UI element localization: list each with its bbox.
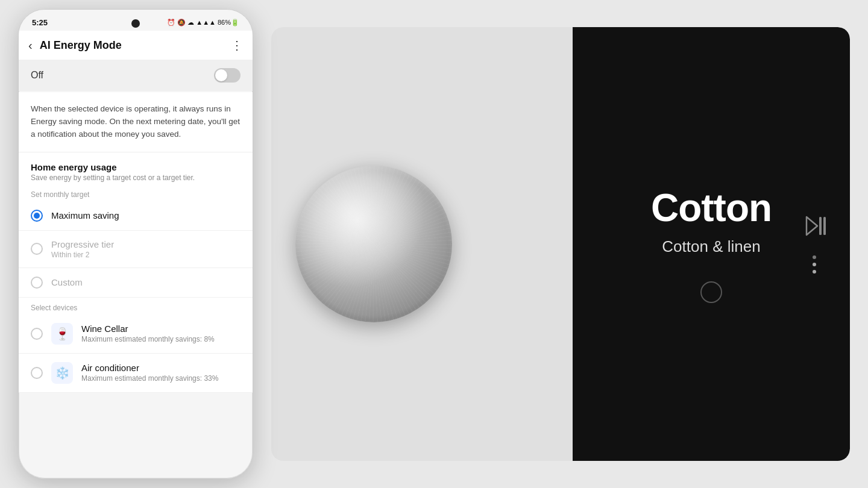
phone-shell: 5:25 ⏰ 🔕 ☁ ▲▲▲ 86%🔋 ‹ AI Energy Mode ⋮ O…	[18, 9, 253, 479]
cotton-subtitle: Cotton & linen	[662, 237, 760, 256]
device-radio-wine-cellar	[31, 328, 43, 340]
dot-1	[813, 255, 816, 259]
toggle-row: Off	[19, 60, 253, 91]
cotton-title: Cotton	[651, 186, 772, 230]
device-info-air-conditioner: Air conditioner Maximum estimated monthl…	[81, 363, 241, 383]
radio-option-progressive-tier[interactable]: Progressive tier Within tier 2	[19, 231, 253, 268]
device-item-wine-cellar[interactable]: 🍷 Wine Cellar Maximum estimated monthly …	[19, 314, 253, 354]
app-bar: ‹ AI Energy Mode ⋮	[19, 31, 253, 60]
air-conditioner-icon: ❄️	[51, 362, 73, 384]
device-radio-air-conditioner	[31, 367, 43, 379]
app-title: AI Energy Mode	[40, 39, 231, 52]
knob-area	[271, 27, 476, 461]
device-name-air-conditioner: Air conditioner	[81, 363, 241, 373]
svg-marker-0	[807, 217, 817, 235]
dots-indicator	[813, 255, 816, 274]
device-item-air-conditioner[interactable]: ❄️ Air conditioner Maximum estimated mon…	[19, 354, 253, 393]
device-desc-wine-cellar: Maximum estimated monthly savings: 8%	[81, 335, 241, 343]
section-subtitle: Save energy by setting a target cost or …	[31, 174, 241, 182]
status-icons: ⏰ 🔕 ☁ ▲▲▲ 86%🔋	[167, 19, 239, 27]
radio-circle-maximum-saving	[31, 210, 43, 222]
controls-area	[803, 214, 826, 274]
device-desc-air-conditioner: Maximum estimated monthly savings: 33%	[81, 374, 241, 383]
toggle-label: Off	[31, 70, 43, 81]
radio-sublabel-progressive-tier: Within tier 2	[51, 251, 114, 259]
monthly-target-label: Set monthly target	[19, 184, 253, 201]
play-pause-button[interactable]	[803, 214, 826, 237]
section-header: Home energy usage Save energy by setting…	[19, 152, 253, 184]
section-title: Home energy usage	[31, 162, 241, 172]
wine-cellar-icon: 🍷	[51, 323, 73, 345]
radio-label-custom: Custom	[51, 277, 83, 287]
description-text: When the selected device is operating, i…	[19, 92, 253, 152]
cotton-circle-button[interactable]	[700, 281, 722, 303]
radio-circle-custom	[31, 277, 43, 289]
radio-circle-progressive-tier	[31, 243, 43, 255]
device-name-wine-cellar: Wine Cellar	[81, 324, 241, 334]
camera-notch	[131, 19, 140, 28]
back-button[interactable]: ‹	[28, 39, 33, 52]
more-options-button[interactable]: ⋮	[231, 38, 243, 52]
rotary-knob[interactable]	[295, 166, 452, 322]
clock: 5:25	[32, 18, 48, 27]
devices-label: Select devices	[19, 298, 253, 314]
toggle-switch[interactable]	[214, 68, 241, 83]
dot-2	[813, 263, 816, 266]
radio-label-maximum-saving: Maximum saving	[51, 210, 119, 221]
device-info-wine-cellar: Wine Cellar Maximum estimated monthly sa…	[81, 324, 241, 343]
radio-option-maximum-saving[interactable]: Maximum saving	[19, 201, 253, 231]
dot-3	[813, 270, 816, 274]
radio-label-progressive-tier: Progressive tier	[51, 239, 114, 249]
radio-group-progressive-tier: Progressive tier Within tier 2	[51, 239, 114, 259]
svg-rect-2	[823, 217, 826, 235]
appliance-panel: Cotton Cotton & linen	[271, 27, 850, 461]
radio-option-custom[interactable]: Custom	[19, 268, 253, 298]
phone: 5:25 ⏰ 🔕 ☁ ▲▲▲ 86%🔋 ‹ AI Energy Mode ⋮ O…	[18, 9, 253, 479]
svg-rect-1	[819, 217, 822, 235]
